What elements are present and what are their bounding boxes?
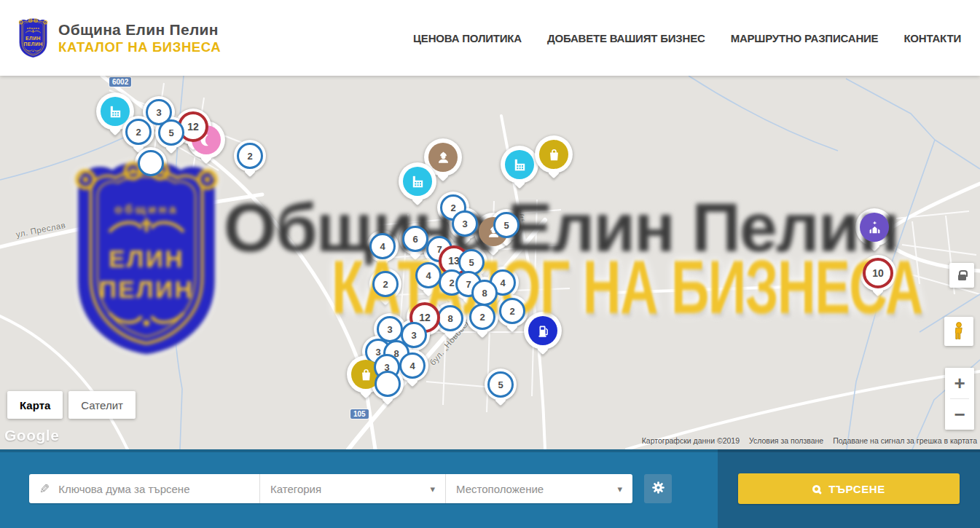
chevron-down-icon: ▾	[430, 484, 435, 494]
cluster-ring: 5	[493, 212, 520, 238]
google-logo[interactable]: Google	[4, 427, 59, 444]
category-select-label: Категория	[270, 483, 424, 495]
chevron-down-icon: ▾	[617, 484, 622, 494]
fuel-icon	[528, 316, 557, 345]
search-icon	[812, 485, 820, 493]
location-select[interactable]: Местоположение ▾	[445, 474, 632, 503]
cluster-count: 5	[469, 257, 474, 268]
search-fields-group: ✎ Категория ▾ Местоположение ▾	[29, 474, 632, 503]
advanced-search-settings-button[interactable]	[644, 474, 672, 503]
cluster-marker[interactable]: 2	[369, 268, 401, 300]
factory-icon	[505, 150, 534, 179]
cluster-ring: 2	[372, 271, 399, 297]
cluster-ring	[375, 371, 401, 397]
worker-icon	[428, 143, 458, 172]
cluster-ring: 5	[487, 371, 514, 398]
cluster-ring: 8	[471, 280, 498, 306]
attribution-terms-of-use[interactable]: Условия за ползване	[749, 436, 823, 445]
nav-item-pricing-policy[interactable]: ЦЕНОВА ПОЛИТИКА	[413, 32, 522, 44]
nav-item-route-schedule[interactable]: МАРШРУТНО РАЗПИСАНИЕ	[731, 32, 879, 44]
cluster-marker[interactable]: 5	[485, 369, 517, 401]
brand-text: Община Елин Пелин КАТАЛОГ НА БИЗНЕСА	[58, 21, 221, 55]
main-nav: ЦЕНОВА ПОЛИТИКАДОБАВЕТЕ ВАШИЯТ БИЗНЕСМАР…	[413, 32, 961, 44]
map-type-button-satellite[interactable]: Сателит	[68, 391, 136, 419]
nav-item-add-your-business[interactable]: ДОБАВЕТЕ ВАШИЯТ БИЗНЕС	[547, 32, 705, 44]
search-bar-right: ТЪРСЕНЕ	[718, 449, 980, 528]
business-pin-bag[interactable]	[535, 135, 573, 173]
cluster-marker[interactable]: 2	[234, 140, 266, 172]
nav-item-contacts[interactable]: КОНТАКТИ	[903, 32, 961, 44]
cluster-count: 3	[411, 330, 416, 341]
cluster-ring: 4	[399, 352, 426, 379]
svg-text:ЕЛИН: ЕЛИН	[26, 35, 41, 40]
search-button-label: ТЪРСЕНЕ	[828, 483, 885, 495]
header: община ЕЛИН ПЕЛИН Община Елин Пелин КАТА…	[0, 0, 980, 76]
business-pin-fuel[interactable]	[524, 312, 562, 350]
cluster-ring: 6	[402, 226, 428, 252]
cluster-count: 5	[503, 220, 509, 231]
cluster-count: 2	[449, 277, 454, 288]
cluster-marker[interactable]: 2	[466, 301, 498, 333]
pencil-icon: ✎	[39, 481, 50, 497]
cluster-count: 3	[387, 324, 392, 335]
keyword-input[interactable]	[57, 482, 249, 496]
cluster-count: 2	[479, 312, 485, 323]
site-title: Община Елин Пелин	[58, 21, 221, 39]
bag-icon	[539, 140, 568, 169]
cluster-count: 2	[450, 202, 455, 213]
business-pin-factory[interactable]	[399, 162, 436, 200]
gear-icon	[651, 481, 665, 497]
map-type-button-map[interactable]: Карта	[7, 391, 63, 419]
cluster-count: 2	[136, 127, 141, 138]
cluster-count: 5	[498, 379, 503, 390]
map-canvas[interactable]: 6002105 ул. Преславбул. „Новоселци“ 1232…	[0, 76, 980, 449]
search-bar-left: ✎ Категория ▾ Местоположение ▾	[0, 449, 718, 528]
map-type-switcher: КартаСателит	[7, 391, 136, 419]
zoom-out-button[interactable]: −	[945, 399, 974, 430]
cluster-ring: 5	[158, 119, 184, 146]
business-pin-church[interactable]	[855, 208, 893, 246]
cluster-ring: 2	[469, 304, 495, 330]
attribution-map-data-copyright: Картографски данни ©2019	[642, 436, 740, 445]
cluster-count: 7	[466, 279, 471, 290]
lock-icon	[958, 275, 966, 280]
cluster-count: 10	[872, 267, 884, 279]
cluster-count: 3	[156, 107, 161, 118]
site-subtitle: КАТАЛОГ НА БИЗНЕСА	[58, 39, 221, 55]
cluster-marker[interactable]: 10	[860, 255, 896, 291]
cluster-count: 4	[500, 277, 505, 288]
attribution-report-map-error[interactable]: Подаване на сигнал за грешка в картата	[833, 436, 977, 445]
cluster-ring: 3	[452, 210, 478, 237]
cluster-ring: 2	[237, 143, 263, 169]
road-number-label: 105	[350, 409, 369, 419]
cluster-marker[interactable]: 2	[496, 295, 528, 327]
site-brand[interactable]: община ЕЛИН ПЕЛИН Община Елин Пелин КАТА…	[16, 17, 221, 59]
cluster-count: 8	[482, 288, 487, 299]
keyword-search-field: ✎	[29, 474, 259, 503]
cluster-count: 2	[247, 151, 252, 162]
page: община ЕЛИН ПЕЛИН Община Елин Пелин КАТА…	[0, 0, 980, 528]
cluster-count: 6	[412, 234, 418, 245]
cluster-marker[interactable]: 4	[366, 230, 399, 262]
cluster-count: 8	[447, 313, 452, 324]
factory-icon	[101, 97, 130, 126]
category-select[interactable]: Категория ▾	[259, 474, 445, 503]
cluster-count: 12	[419, 312, 431, 323]
cluster-count: 12	[187, 121, 199, 133]
pegman-streetview-button[interactable]	[944, 317, 973, 346]
cluster-ring: 2	[125, 119, 152, 145]
cluster-count: 5	[168, 127, 173, 138]
cluster-count: 4	[380, 241, 385, 252]
business-pin-factory[interactable]	[501, 146, 538, 184]
municipality-crest-logo: община ЕЛИН ПЕЛИН	[16, 17, 50, 59]
pegman-icon	[950, 321, 968, 342]
cluster-marker[interactable]	[135, 147, 167, 179]
church-icon	[860, 213, 889, 242]
search-submit-button[interactable]: ТЪРСЕНЕ	[738, 473, 960, 504]
map-lock-button[interactable]	[949, 263, 974, 288]
search-bar: ✎ Категория ▾ Местоположение ▾	[0, 449, 980, 528]
cluster-count: 4	[409, 360, 415, 371]
cluster-ring: 4	[415, 262, 442, 288]
cluster-count: 3	[462, 218, 467, 229]
zoom-in-button[interactable]: +	[945, 368, 974, 398]
